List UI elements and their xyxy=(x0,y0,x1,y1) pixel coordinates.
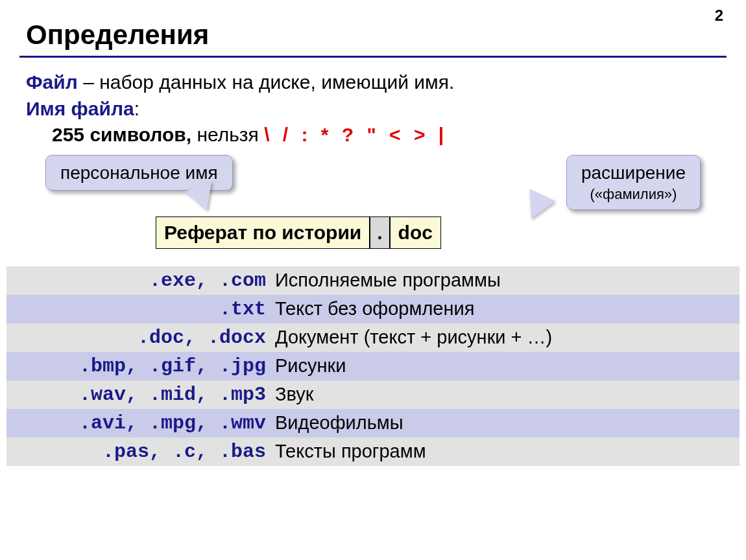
definition-file: Файл – набор данных на диске, имеющий им… xyxy=(26,69,720,96)
definition-filename: Имя файла: xyxy=(26,96,720,122)
table-row: .exe, .com Исполняемые программы xyxy=(6,266,740,295)
char-limit: 255 символов, xyxy=(52,124,191,145)
title-underline xyxy=(19,56,727,58)
callout-left-text: персональное имя xyxy=(60,163,218,183)
table-row: .wav, .mid, .mp3 Звук xyxy=(6,380,740,409)
callout-right-text: расширение xyxy=(581,163,686,183)
table-row: .doc, .docx Документ (текст + рисунки + … xyxy=(6,323,740,352)
extensions-table: .exe, .com Исполняемые программы .txt Те… xyxy=(6,266,740,466)
table-row: .txt Текст без оформления xyxy=(6,295,740,323)
desc-cell: Видеофильмы xyxy=(275,412,740,434)
table-row: .avi, .mpg, .wmv Видеофильмы xyxy=(6,409,740,438)
desc-cell: Документ (текст + рисунки + …) xyxy=(275,327,740,349)
ext-cell: .avi, .mpg, .wmv xyxy=(6,412,275,434)
rule-plain: нельзя xyxy=(191,124,264,145)
filename-example: Реферат по истории . doc xyxy=(156,216,441,250)
slide-body: Файл – набор данных на диске, имеющий им… xyxy=(0,69,746,259)
ext-cell: .doc, .docx xyxy=(6,327,275,349)
table-row: .bmp, .gif, .jpg Рисунки xyxy=(6,352,740,380)
ext-cell: .bmp, .gif, .jpg xyxy=(6,355,275,377)
callout-right-sub: («фамилия») xyxy=(581,185,686,204)
table-row: .pas, .c, .bas Тексты программ xyxy=(6,438,740,466)
desc-cell: Рисунки xyxy=(275,355,740,377)
colon: : xyxy=(134,98,139,119)
filename-ext-part: doc xyxy=(390,216,441,250)
desc-cell: Текст без оформления xyxy=(275,298,740,320)
term-file: Файл xyxy=(26,71,78,93)
definition-file-text: – набор данных на диске, имеющий имя. xyxy=(78,71,454,93)
forbidden-chars: \ / : * ? " < > | xyxy=(264,124,448,145)
desc-cell: Звук xyxy=(275,384,740,406)
page-number: 2 xyxy=(715,6,723,25)
callout-area: персональное имя расширение («фамилия») … xyxy=(26,155,720,259)
filename-dot: . xyxy=(370,216,389,250)
callout-extension: расширение («фамилия») xyxy=(566,155,701,210)
filename-rule: 255 символов, нельзя \ / : * ? " < > | xyxy=(26,122,720,148)
desc-cell: Исполняемые программы xyxy=(275,270,740,292)
ext-cell: .txt xyxy=(6,298,275,320)
term-filename: Имя файла xyxy=(26,98,134,119)
ext-cell: .pas, .c, .bas xyxy=(6,441,275,463)
filename-name-part: Реферат по истории xyxy=(156,216,370,250)
slide-title: Определения xyxy=(0,0,746,56)
callout-tail-right xyxy=(519,189,556,224)
ext-cell: .wav, .mid, .mp3 xyxy=(6,384,275,406)
desc-cell: Тексты программ xyxy=(275,441,740,463)
ext-cell: .exe, .com xyxy=(6,270,275,292)
